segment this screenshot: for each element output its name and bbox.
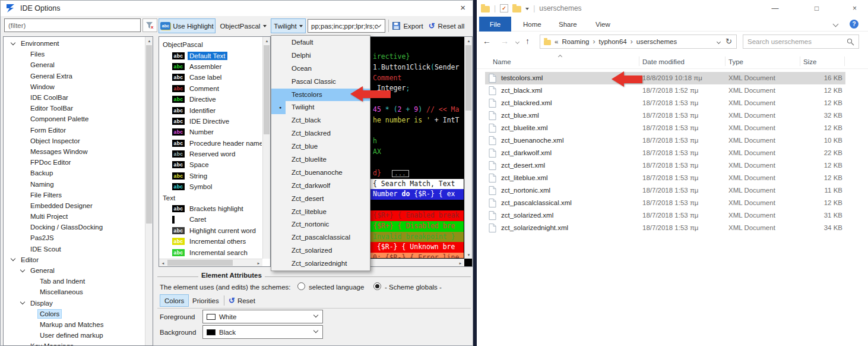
tree-item-files[interactable]: Files (4, 49, 144, 59)
tree-item-ide-scout[interactable]: IDE Scout (4, 244, 144, 254)
element-item-case-label[interactable]: abcCase label (160, 72, 262, 83)
scheme-option-zct-nortonic[interactable]: Zct_nortonic (271, 218, 370, 231)
export-button[interactable]: Export (391, 18, 425, 33)
tree-item-docking-glassdocking[interactable]: Docking / GlassDocking (4, 222, 144, 232)
element-item-procedure-header-name[interactable]: abcProcedure header name (160, 138, 262, 149)
breadcrumb-roaming[interactable]: Roaming (562, 38, 589, 45)
scrollbar-thumb[interactable] (264, 45, 270, 134)
tree-item-multi-project[interactable]: Multi Project (4, 211, 144, 222)
element-item-ide-directive[interactable]: abcIDE Directive (160, 116, 262, 127)
scheme-option-zct-pascalclassical[interactable]: Zct_pascalclassical (271, 231, 370, 244)
tree-item-environment[interactable]: Environment (4, 38, 144, 49)
forward-icon[interactable]: → (500, 36, 509, 46)
scheme-option-default[interactable]: Default (271, 36, 370, 49)
column-type[interactable]: Type (728, 58, 743, 65)
element-list-vscrollbar[interactable]: ▲ (262, 37, 270, 259)
foreground-combo[interactable]: White (202, 310, 323, 323)
scheme-option-zct-solarizednight[interactable]: Zct_solarizednight (271, 257, 370, 270)
scheme-option-zct-black[interactable]: Zct_black (271, 114, 370, 127)
tab-home[interactable]: Home (516, 17, 549, 32)
close-button[interactable]: × (841, 0, 868, 17)
use-highlight-toggle[interactable]: abc Use Highlight (159, 18, 216, 33)
refresh-icon[interactable]: ↻ (726, 37, 732, 46)
tree-item-fpdoc-editor[interactable]: FPDoc Editor (4, 157, 144, 168)
collapse-ribbon-icon[interactable] (833, 21, 839, 27)
history-dropdown-icon[interactable] (515, 40, 519, 44)
tree-item-naming[interactable]: Naming (4, 178, 144, 189)
tree-item-messages-window[interactable]: Messages Window (4, 146, 144, 157)
scroll-right-icon[interactable]: ► (457, 259, 464, 267)
element-item-symbol[interactable]: abcSymbol (160, 181, 262, 192)
element-item-space[interactable]: abcSpace (160, 159, 262, 170)
minimize-button[interactable]: — (762, 0, 788, 17)
breadcrumb[interactable]: « Roaming › typhon64 › userschemes ↻ (540, 34, 737, 49)
file-row-zct-black-xml[interactable]: zct_black.xml18/7/2018 1:52 πμXML Docume… (485, 84, 845, 97)
element-item-highlight-current-word[interactable]: abcHighlight current word (160, 225, 262, 236)
element-list-hscrollbar[interactable]: ◄ ► (159, 259, 262, 266)
scrollbar-thumb[interactable] (465, 45, 471, 111)
scheme-option-zct-liteblue[interactable]: Zct_liteblue (271, 206, 370, 219)
element-item-default-text[interactable]: abcDefault Text (160, 50, 262, 61)
tree-item-display[interactable]: Display (4, 298, 144, 309)
tree-item-miscellaneous[interactable]: Miscellaneous (4, 287, 144, 297)
file-row-zct-blue-xml[interactable]: zct_blue.xml18/7/2018 1:53 πμXML Documen… (485, 109, 845, 122)
tree-item-backup[interactable]: Backup (4, 168, 144, 178)
tree-item-colors[interactable]: Colors (4, 309, 144, 319)
scheme-option-zct-bluelite[interactable]: Zct_bluelite (271, 153, 370, 166)
preview-vscrollbar[interactable]: ▲ ▼ (464, 37, 472, 259)
element-item-assembler[interactable]: abcAssembler (160, 61, 262, 72)
tree-item-component-palette[interactable]: Component Palette (4, 114, 144, 124)
background-combo[interactable]: Black (202, 325, 323, 339)
file-row-zct-darkwolf-xml[interactable]: zct_darkwolf.xml18/7/2018 1:53 πμXML Doc… (485, 147, 845, 159)
breadcrumb-userschemes[interactable]: userschemes (636, 38, 677, 45)
search-input[interactable]: Search userschemes (743, 34, 859, 49)
tab-view[interactable]: View (588, 17, 617, 32)
element-item-reserved-word[interactable]: abcReserved word (160, 149, 262, 159)
tree-item-file-filters[interactable]: File Filters (4, 190, 144, 200)
tab-colors[interactable]: Colors (160, 294, 189, 307)
radio-selected-language[interactable] (297, 282, 305, 290)
tree-item-form-editor[interactable]: Form Editor (4, 125, 144, 136)
properties-check-icon[interactable]: ✓ (500, 4, 508, 12)
scroll-up-icon[interactable]: ▲ (263, 37, 271, 45)
radio-scheme-globals[interactable] (373, 282, 381, 290)
column-date-modified[interactable]: Date modified (642, 58, 685, 65)
scheme-option-zct-buenanoche[interactable]: Zct_buenanoche (271, 166, 370, 180)
element-item-comment[interactable]: abcComment (160, 83, 262, 94)
file-row-testcolors-xml[interactable]: testcolors.xml18/8/2019 10:18 πμXML Docu… (485, 72, 845, 84)
element-item-directive[interactable]: abcDirective (160, 94, 262, 105)
clear-filter-button[interactable]: x (142, 18, 157, 32)
scheme-option-zct-desert[interactable]: Zct_desert (271, 193, 370, 206)
filter-input[interactable]: (filter) (4, 18, 141, 32)
column-name[interactable]: Name (493, 58, 511, 65)
tree-item-ide-coolbar[interactable]: IDE CoolBar (4, 92, 144, 103)
tab-share[interactable]: Share (552, 17, 584, 32)
scheme-option-zct-blue[interactable]: Zct_blue (271, 140, 370, 153)
quick-access-dropdown-icon[interactable] (525, 8, 529, 10)
back-icon[interactable]: ← (483, 36, 491, 46)
tree-item-markup-and-matches[interactable]: Markup and Matches (4, 319, 144, 330)
scrollbar-thumb[interactable] (167, 260, 233, 266)
tree-item-editor[interactable]: Editor (4, 254, 144, 265)
tree-item-pas2js[interactable]: Pas2JS (4, 232, 144, 243)
tree-item-object-inspector[interactable]: Object Inspector (4, 136, 144, 146)
file-row-zct-liteblue-xml[interactable]: zct_liteblue.xml18/7/2018 1:53 πμXML Doc… (485, 172, 845, 184)
tree-item-tab-and-indent[interactable]: Tab and Indent (4, 276, 144, 287)
scheme-option-zct-darkwolf[interactable]: Zct_darkwolf (271, 180, 370, 193)
element-item-caret[interactable]: Caret (160, 214, 262, 225)
reset-all-button[interactable]: ↺ Reset all (426, 18, 467, 33)
file-row-zct-desert-xml[interactable]: zct_desert.xml18/7/2018 1:53 πμXML Docum… (485, 159, 845, 172)
tree-item-user-defined-markup[interactable]: User defined markup (4, 330, 144, 341)
breadcrumb-typhon64[interactable]: typhon64 (598, 38, 626, 45)
file-row-zct-buenanoche-xml[interactable]: zct_buenanoche.xml18/7/2018 1:53 πμXML D… (485, 134, 845, 147)
scroll-right-icon[interactable]: ► (255, 259, 262, 267)
element-item-brackets-highlight[interactable]: abcBrackets highlight (160, 203, 262, 214)
tab-priorities[interactable]: Priorities (188, 294, 223, 307)
element-item-incremental-search[interactable]: abcIncremental search (160, 247, 262, 257)
tree-item-window[interactable]: Window (4, 81, 144, 92)
element-item-string[interactable]: abcString (160, 171, 262, 181)
scheme-option-twilight[interactable]: ●Twilight (271, 101, 370, 114)
file-row-zct-solarized-xml[interactable]: zct_solarized.xml18/7/2018 1:53 πμXML Do… (485, 209, 845, 222)
tree-item-embedded-designer[interactable]: Embedded Designer (4, 200, 144, 211)
up-icon[interactable]: ↑ (525, 36, 530, 46)
